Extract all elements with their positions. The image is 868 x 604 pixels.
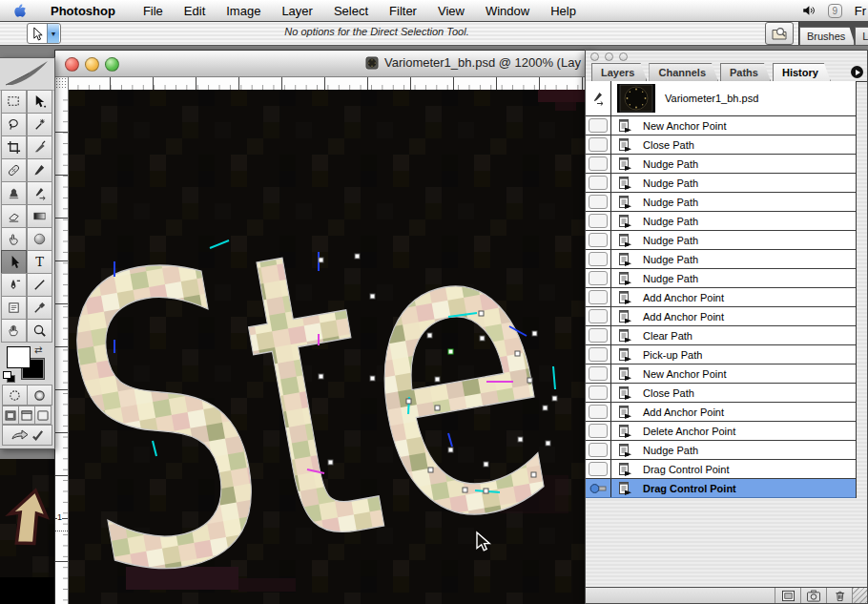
menu-item[interactable]: Select: [323, 4, 379, 18]
history-brush-source-well[interactable]: [586, 364, 611, 383]
history-state-row[interactable]: Delete Anchor Point: [586, 422, 856, 441]
history-brush-source-well[interactable]: [586, 135, 611, 154]
history-state-row[interactable]: Add Anchor Point: [586, 288, 856, 307]
healing-brush-tool[interactable]: [1, 158, 27, 182]
menu-item[interactable]: Photoshop: [40, 4, 133, 18]
palette-menu-button[interactable]: [851, 66, 863, 78]
hand-tool[interactable]: [1, 319, 27, 343]
well-palette-tab[interactable]: Brushes: [799, 27, 855, 45]
palette-minimize-button[interactable]: [605, 52, 613, 61]
history-state-row[interactable]: Close Path: [586, 135, 856, 155]
volume-icon[interactable]: [801, 4, 816, 17]
fullscreen-with-menubar-button[interactable]: [18, 406, 35, 425]
path-selection-tool[interactable]: [1, 250, 27, 274]
palette-resize-grip[interactable]: [852, 588, 867, 603]
pen-tool[interactable]: [1, 273, 27, 297]
swap-colors-icon[interactable]: ⇄: [34, 344, 42, 355]
history-state-row[interactable]: Nudge Path: [586, 174, 856, 193]
magic-wand-tool[interactable]: [27, 113, 52, 136]
zoom-tool[interactable]: [27, 319, 52, 343]
new-snapshot-button[interactable]: [800, 588, 826, 603]
jump-to-imageready-button[interactable]: [2, 425, 52, 446]
crop-tool[interactable]: [1, 135, 27, 159]
canvas[interactable]: Ste: [69, 90, 592, 604]
history-state-row[interactable]: Nudge Path: [586, 193, 856, 212]
history-brush-source-well[interactable]: [586, 250, 611, 268]
history-brush-source-well[interactable]: [586, 81, 611, 115]
delete-state-button[interactable]: [826, 588, 852, 603]
history-brush-source-well[interactable]: [586, 422, 611, 440]
history-brush-source-well[interactable]: [586, 460, 611, 478]
rectangular-marquee-tool[interactable]: [1, 90, 27, 114]
document-title-bar[interactable]: Variometer1_bh.psd @ 1200% (Lay: [55, 51, 592, 77]
history-state-row[interactable]: Clear Path: [586, 326, 856, 345]
zoom-button[interactable]: [105, 57, 119, 72]
history-state-slider-icon[interactable]: [589, 482, 607, 495]
palette-tab[interactable]: Layers: [591, 63, 647, 81]
history-state-row[interactable]: Drag Control Point: [586, 460, 856, 479]
standard-mode-button[interactable]: [2, 385, 28, 406]
history-state-row[interactable]: Nudge Path: [586, 250, 856, 269]
history-state-row[interactable]: Add Anchor Point: [586, 403, 856, 422]
slice-tool[interactable]: [27, 135, 52, 159]
minimize-button[interactable]: [85, 57, 99, 72]
history-brush-source-well[interactable]: [586, 288, 611, 306]
standard-screen-mode-button[interactable]: [2, 406, 19, 425]
menu-item[interactable]: Window: [475, 4, 540, 18]
snapshot-row[interactable]: Variometer1_bh.psd: [586, 81, 856, 116]
menu-item[interactable]: Image: [216, 4, 271, 18]
history-state-row[interactable]: Nudge Path: [586, 212, 856, 231]
history-state-row[interactable]: Nudge Path: [586, 269, 856, 288]
move-tool[interactable]: [27, 90, 52, 114]
history-brush-source-well[interactable]: [586, 384, 611, 402]
history-brush-source-well[interactable]: [586, 345, 611, 364]
history-brush-source-well[interactable]: [586, 116, 611, 135]
history-brush-source-well[interactable]: [586, 174, 611, 192]
quick-mask-mode-button[interactable]: [27, 385, 52, 406]
type-tool[interactable]: T: [27, 250, 52, 274]
document-proxy-icon[interactable]: [365, 56, 379, 70]
history-state-row[interactable]: New Anchor Point: [586, 116, 856, 135]
palette-close-button[interactable]: [590, 52, 599, 61]
history-brush-source-well[interactable]: [586, 193, 611, 211]
history-brush-source-well[interactable]: [586, 441, 611, 459]
default-colors-icon[interactable]: [3, 371, 14, 382]
menu-item[interactable]: View: [427, 4, 475, 18]
fullscreen-mode-button[interactable]: [34, 406, 52, 425]
palette-title-bar[interactable]: [586, 51, 867, 63]
palette-tab[interactable]: History: [773, 63, 831, 81]
history-brush-source-well[interactable]: [586, 307, 611, 325]
menu-item[interactable]: Filter: [379, 4, 427, 18]
menu-item[interactable]: File: [133, 4, 174, 18]
clone-stamp-tool[interactable]: [1, 181, 27, 205]
vertical-ruler[interactable]: 1: [55, 90, 69, 604]
apple-menu-icon[interactable]: [11, 3, 27, 18]
menu-item[interactable]: Help: [540, 4, 587, 18]
menu-clock[interactable]: Fr: [855, 4, 866, 18]
history-state-row[interactable]: Pick-up Path: [586, 345, 856, 364]
horizontal-ruler[interactable]: [68, 77, 592, 90]
palette-tab[interactable]: Channels: [649, 63, 718, 81]
history-state-row[interactable]: Nudge Path: [586, 155, 856, 174]
ruler-origin-corner[interactable]: [55, 77, 69, 90]
file-browser-button[interactable]: [765, 22, 794, 45]
line-tool[interactable]: [27, 273, 52, 297]
history-state-row[interactable]: Close Path: [586, 384, 856, 403]
eraser-tool[interactable]: [1, 204, 27, 228]
history-brush-tool[interactable]: [27, 181, 52, 205]
history-brush-source-well[interactable]: [586, 212, 611, 230]
history-brush-source-well[interactable]: [586, 479, 611, 497]
history-brush-source-well[interactable]: [586, 269, 611, 287]
history-state-row[interactable]: New Anchor Point: [586, 364, 856, 384]
new-document-from-state-button[interactable]: [775, 588, 800, 603]
palette-tab[interactable]: Paths: [720, 63, 771, 81]
close-button[interactable]: [65, 57, 79, 72]
classic-environment-icon[interactable]: 9: [828, 4, 842, 18]
history-state-row[interactable]: Nudge Path: [586, 441, 856, 460]
notes-tool[interactable]: [1, 296, 27, 320]
photoshop-feather-logo[interactable]: [0, 58, 54, 91]
menu-item[interactable]: Edit: [174, 4, 216, 18]
menu-item[interactable]: Layer: [271, 4, 323, 18]
foreground-color-swatch[interactable]: [7, 346, 31, 368]
smudge-tool[interactable]: [1, 227, 27, 251]
